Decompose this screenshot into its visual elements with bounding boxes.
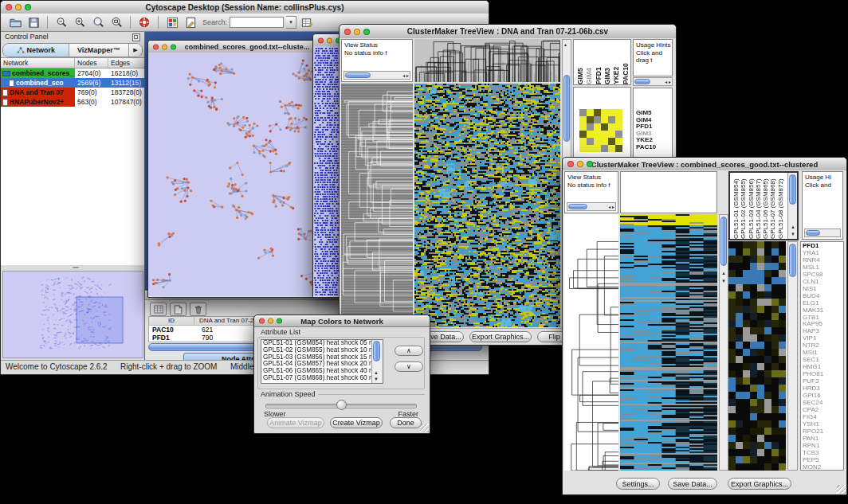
column-label[interactable]: PAC10 bbox=[622, 40, 630, 84]
column-label[interactable]: PFD1 bbox=[595, 40, 603, 84]
resize-grip[interactable] bbox=[420, 424, 429, 432]
scroll-arrow-up[interactable]: ▲ bbox=[374, 370, 379, 375]
attribute-item[interactable]: GPL51-02 (GSM855) heat shock 10 min bbox=[261, 347, 372, 354]
column-label[interactable]: GPL51-02 (GSM855) bbox=[740, 173, 747, 239]
column-labels-scrollbar[interactable]: ▲ ▼ bbox=[787, 173, 797, 239]
scroll-thumb[interactable] bbox=[373, 341, 380, 361]
save-session-icon[interactable] bbox=[26, 15, 41, 29]
export-graphics-button[interactable]: Export Graphics... bbox=[469, 331, 532, 342]
settings-button[interactable]: Settings... bbox=[616, 478, 660, 490]
scroll-arrow-up[interactable]: ▲ bbox=[721, 271, 726, 275]
treeview1-heatmap[interactable] bbox=[414, 84, 560, 327]
scroll-arrow-down[interactable]: ▼ bbox=[721, 279, 726, 283]
treeview1-row-dendrogram[interactable] bbox=[341, 84, 413, 327]
scroll-arrow-up[interactable]: ▲ bbox=[791, 225, 795, 229]
scroll-thumb[interactable] bbox=[720, 217, 727, 266]
close-button[interactable] bbox=[567, 161, 574, 167]
column-label[interactable]: GPL51-04 (GSM857) bbox=[755, 173, 762, 239]
attribute-item[interactable]: GPL51-04 (GSM857) heat shock 20 min bbox=[261, 361, 372, 368]
zoom-button[interactable] bbox=[25, 4, 31, 10]
minimize-button[interactable] bbox=[268, 318, 273, 324]
scroll-arrows[interactable]: ◂ ▸ bbox=[402, 73, 409, 78]
attribute-item[interactable]: GPL51-06 (GSM865) heat shock 40 min bbox=[261, 368, 372, 375]
network-row[interactable]: RNAPuberNov2+ 563(0) 107847(0) bbox=[1, 97, 144, 107]
column-label[interactable]: GIM3 bbox=[603, 40, 612, 84]
attribute-item[interactable]: GPL51-01 (GSM854) heat shock 05 min bbox=[261, 340, 372, 347]
move-up-button[interactable]: ∧ bbox=[395, 346, 423, 356]
zoom-selected-icon[interactable] bbox=[90, 15, 106, 29]
treeview2-detail-heatmap[interactable] bbox=[728, 241, 786, 471]
annotation-icon[interactable] bbox=[183, 15, 198, 29]
column-header-edges[interactable]: Edges bbox=[108, 58, 144, 68]
zoom-out-icon[interactable] bbox=[53, 15, 69, 29]
minimize-button[interactable] bbox=[162, 44, 167, 49]
view-status-scrollbar[interactable]: ◂ ▸ bbox=[567, 202, 616, 211]
delete-attribute-icon[interactable] bbox=[190, 303, 206, 316]
tab-vizmapper[interactable]: VizMapper™ bbox=[69, 44, 129, 57]
row-label[interactable]: PAC10 bbox=[636, 144, 656, 151]
scroll-thumb[interactable] bbox=[568, 204, 587, 209]
zoom-button[interactable] bbox=[171, 44, 176, 49]
view-status-scrollbar[interactable]: ◂ ▸ bbox=[344, 71, 410, 80]
column-label[interactable]: GPL51-07 (GSM868) bbox=[769, 173, 776, 239]
network-row[interactable]: combined_sco 2569(6) 13112(15) bbox=[1, 78, 144, 88]
attribute-item[interactable]: GPL51-07 (GSM868) heat shock 60 min bbox=[261, 375, 372, 382]
help-lifering-icon[interactable] bbox=[136, 15, 152, 29]
network-overview-canvas[interactable] bbox=[3, 272, 143, 357]
close-button[interactable] bbox=[344, 29, 351, 35]
attribute-list-scrollbar[interactable]: ▲ ▼ bbox=[371, 340, 383, 383]
column-label[interactable]: GPL51-06 (GSM865) bbox=[762, 173, 769, 239]
gene-label[interactable]: MON2 bbox=[803, 464, 843, 471]
main-title-bar[interactable]: Cytoscape Desktop (Session Name: collins… bbox=[1, 1, 489, 14]
close-button[interactable] bbox=[153, 44, 159, 49]
detail-heatmap-scrollbar[interactable] bbox=[787, 241, 798, 471]
vizmapper-icon[interactable] bbox=[164, 15, 180, 29]
usage-hints-scrollbar[interactable] bbox=[804, 229, 841, 237]
search-dropdown-arrow[interactable]: ▼ bbox=[286, 16, 296, 29]
treeview2-global-heatmap[interactable] bbox=[620, 214, 717, 471]
create-vizmap-button[interactable]: Create Vizmap bbox=[330, 417, 383, 428]
zoom-button[interactable] bbox=[587, 161, 593, 167]
export-graphics-button[interactable]: Export Graphics... bbox=[728, 478, 791, 490]
scroll-thumb[interactable] bbox=[563, 75, 570, 142]
scroll-arrow-down[interactable]: ▼ bbox=[374, 377, 379, 381]
close-button[interactable] bbox=[259, 318, 265, 324]
done-button[interactable]: Done bbox=[390, 417, 422, 428]
minimize-button[interactable] bbox=[354, 29, 360, 35]
resize-grip[interactable] bbox=[837, 485, 846, 494]
animation-speed-slider-thumb[interactable] bbox=[336, 400, 347, 410]
search-input[interactable] bbox=[230, 17, 284, 28]
id-column-header[interactable]: ID bbox=[149, 317, 194, 325]
treeview2-row-dendrogram[interactable] bbox=[564, 214, 618, 471]
scroll-arrow-up[interactable]: ▴ bbox=[564, 42, 567, 47]
new-attribute-icon[interactable] bbox=[170, 303, 186, 316]
global-heatmap-scrollbar[interactable]: ▲ ▼ bbox=[719, 214, 728, 471]
network-row[interactable]: combined_scores_ 2764(0) 16218(0) bbox=[1, 68, 144, 78]
column-label[interactable]: GIM5 bbox=[576, 40, 585, 84]
treeview1-title-bar[interactable]: ClusterMaker TreeView : DNA and Tran 07-… bbox=[340, 25, 676, 39]
zoom-button[interactable] bbox=[277, 318, 282, 324]
minimize-button[interactable] bbox=[327, 37, 332, 43]
attribute-item[interactable]: GPL51-03 (GSM856) heat shock 15 min bbox=[261, 354, 372, 361]
close-button[interactable] bbox=[6, 4, 12, 10]
zoom-fit-icon[interactable] bbox=[108, 15, 124, 29]
correlation-matrix-canvas[interactable] bbox=[579, 109, 622, 152]
column-label[interactable]: GIM4 bbox=[585, 40, 594, 84]
minimize-button[interactable] bbox=[15, 4, 22, 10]
scroll-arrow-down[interactable]: ▼ bbox=[791, 232, 795, 236]
column-label[interactable]: GPL51-08 (GSM872) bbox=[777, 173, 784, 239]
dialog-title-bar[interactable]: Map Colors to Network bbox=[254, 315, 430, 327]
float-panel-icon[interactable] bbox=[132, 33, 140, 41]
treeview2-title-bar[interactable]: ClusterMaker TreeView : combined_scores_… bbox=[563, 158, 846, 171]
close-button[interactable] bbox=[318, 37, 324, 43]
column-header-nodes[interactable]: Nodes bbox=[75, 58, 108, 68]
column-label[interactable]: GPL51-01 (GSM854) bbox=[732, 173, 740, 239]
attribute-browser-icon[interactable] bbox=[299, 15, 315, 29]
scroll-arrows[interactable]: ◂ ▸ bbox=[608, 205, 614, 209]
scroll-thumb[interactable] bbox=[634, 79, 650, 84]
scroll-thumb[interactable] bbox=[789, 174, 796, 205]
scroll-arrows[interactable]: ◂ ▸ bbox=[665, 80, 671, 84]
scroll-thumb[interactable] bbox=[806, 230, 820, 236]
zoom-in-icon[interactable] bbox=[72, 15, 88, 29]
animate-vizmap-button[interactable]: Animate Vizmap bbox=[267, 417, 324, 428]
